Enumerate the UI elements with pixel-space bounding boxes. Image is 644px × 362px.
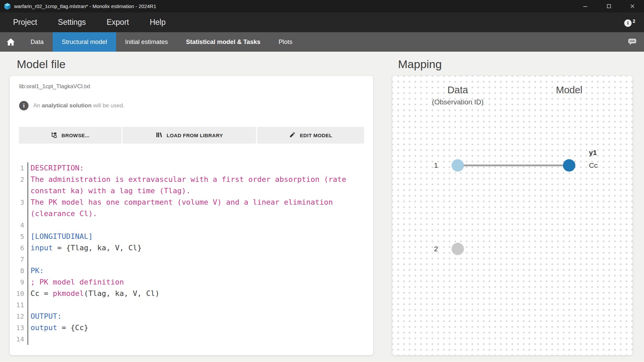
line-number: 10 [10, 288, 28, 299]
notifications-indicator[interactable]: i 2 [624, 18, 635, 27]
mapping-data-column-subheader: (Observation ID) [432, 98, 484, 106]
window-title: warfarin_r02_1cmp_tlag.mlxtran* - Monoli… [14, 3, 156, 9]
code-editor: 1DESCRIPTION:2The administration is extr… [10, 162, 373, 345]
button-label: BROWSE... [61, 133, 90, 138]
code-line-7: 7 [10, 254, 364, 265]
mapping-row-index: 2 [434, 245, 438, 253]
code-text: DESCRIPTION: [28, 162, 364, 174]
line-number: 3 [10, 197, 28, 219]
line-number: 13 [10, 322, 28, 333]
mapping-card: Data (Observation ID) Model 1y1Cc2 [392, 76, 633, 355]
mapping-heading: Mapping [398, 58, 442, 71]
code-line-2: 2The administration is extravascular wit… [10, 174, 364, 197]
code-text: Cc = pkmodel(Tlag, ka, V, Cl) [28, 288, 364, 299]
menubar: ProjectSettingsExportHelp i 2 [0, 12, 644, 32]
menu-item-export[interactable]: Export [107, 18, 129, 27]
line-number: 8 [10, 265, 28, 276]
model-output-name: Cc [589, 161, 598, 169]
code-line-11: 11 [10, 299, 364, 311]
code-text: ; PK model definition [28, 276, 364, 288]
line-number: 7 [10, 254, 28, 265]
code-line-5: 5[LONGITUDINAL] [10, 231, 364, 242]
button-label: LOAD FROM LIBRARY [166, 133, 223, 138]
notification-count: 2 [633, 18, 635, 24]
code-line-9: 9; PK model definition [10, 276, 364, 288]
line-number: 5 [10, 231, 28, 242]
code-text: input = {Tlag, ka, V, Cl} [28, 242, 364, 254]
menu-item-project[interactable]: Project [13, 18, 37, 27]
monolix-window: warfarin_r02_1cmp_tlag.mlxtran* - Monoli… [0, 0, 644, 362]
code-text: OUTPUT: [28, 311, 364, 322]
data-node-handle[interactable] [452, 159, 464, 172]
button-label: EDIT MODEL [300, 133, 332, 138]
code-text: PK: [28, 265, 364, 276]
titlebar: warfarin_r02_1cmp_tlag.mlxtran* - Monoli… [0, 0, 644, 12]
maximize-button[interactable] [597, 0, 621, 12]
code-text [28, 333, 364, 345]
code-text [28, 299, 364, 311]
line-number: 12 [10, 311, 28, 322]
app-logo-cube-icon [4, 3, 11, 10]
window-controls [574, 0, 644, 12]
mapping-data-column-header: Data [447, 85, 468, 96]
notifications-info-icon: i [624, 19, 632, 27]
code-line-8: 8PK: [10, 265, 364, 276]
menu-item-settings[interactable]: Settings [58, 18, 86, 27]
code-text [28, 254, 364, 265]
model-node-handle[interactable] [563, 159, 576, 172]
model-file-card: lib:oral1_1cpt_TlagkaVCl.txt i An analyt… [10, 76, 373, 355]
code-line-13: 13output = {Cc} [10, 322, 364, 333]
info-circle-icon: i [19, 101, 29, 110]
code-text: output = {Cc} [28, 322, 364, 333]
code-text: [LONGITUDINAL] [28, 231, 364, 242]
minimize-icon [583, 4, 588, 9]
menu-items: ProjectSettingsExportHelp [13, 18, 166, 27]
model-observation-name: y1 [589, 149, 597, 157]
data-node-handle[interactable] [452, 243, 464, 255]
line-number: 4 [10, 219, 28, 231]
close-icon [630, 4, 635, 8]
home-icon [6, 38, 15, 46]
code-line-6: 6input = {Tlag, ka, V, Cl} [10, 242, 364, 254]
line-number: 9 [10, 276, 28, 288]
feedback-bubble-icon [628, 38, 637, 46]
line-number: 14 [10, 333, 28, 345]
code-line-3: 3The PK model has one compartment (volum… [10, 197, 364, 219]
analytical-solution-text: An analytical solution will be used. [33, 102, 125, 109]
code-line-10: 10Cc = pkmodel(Tlag, ka, V, Cl) [10, 288, 364, 299]
tab-data[interactable]: Data [21, 32, 53, 52]
code-line-1: 1DESCRIPTION: [10, 162, 364, 174]
edit-model-icon [289, 132, 296, 139]
close-button[interactable] [621, 0, 644, 12]
menu-item-help[interactable]: Help [150, 18, 165, 27]
feedback-button[interactable] [628, 32, 637, 52]
mapping-connector-line [458, 165, 569, 166]
code-line-4: 4 [10, 219, 364, 231]
code-line-14: 14 [10, 333, 364, 345]
line-number: 1 [10, 162, 28, 174]
tabbar: DataStructural modelInitial estimatesSta… [0, 32, 644, 52]
edit-model-button[interactable]: EDIT MODEL [257, 127, 364, 144]
tab-structural-model[interactable]: Structural model [53, 32, 116, 52]
browse-icon [51, 132, 57, 139]
tab-list: DataStructural modelInitial estimatesSta… [21, 32, 301, 52]
home-button[interactable] [0, 32, 21, 52]
model-library-path: lib:oral1_1cpt_TlagkaVCl.txt [19, 83, 90, 90]
mapping-model-column-header: Model [556, 85, 583, 96]
minimize-button[interactable] [574, 0, 597, 12]
mapping-row-index: 1 [434, 161, 438, 169]
code-text: The PK model has one compartment (volume… [28, 197, 364, 219]
browse-button[interactable]: BROWSE... [19, 127, 121, 144]
maximize-icon [607, 4, 611, 8]
tab-initial-estimates[interactable]: Initial estimates [116, 32, 177, 52]
load-from-library-button[interactable]: LOAD FROM LIBRARY [122, 127, 256, 144]
code-text: The administration is extravascular with… [28, 174, 364, 197]
tab-statistical-model-tasks[interactable]: Statistical model & Tasks [177, 32, 269, 52]
model-file-actions: BROWSE...LOAD FROM LIBRARYEDIT MODEL [19, 127, 364, 144]
line-number: 6 [10, 242, 28, 254]
code-text [28, 219, 364, 231]
tab-plots[interactable]: Plots [269, 32, 301, 52]
analytical-solution-note: i An analytical solution will be used. [19, 101, 125, 110]
model-file-heading: Model file [17, 58, 66, 71]
line-number: 2 [10, 174, 28, 197]
